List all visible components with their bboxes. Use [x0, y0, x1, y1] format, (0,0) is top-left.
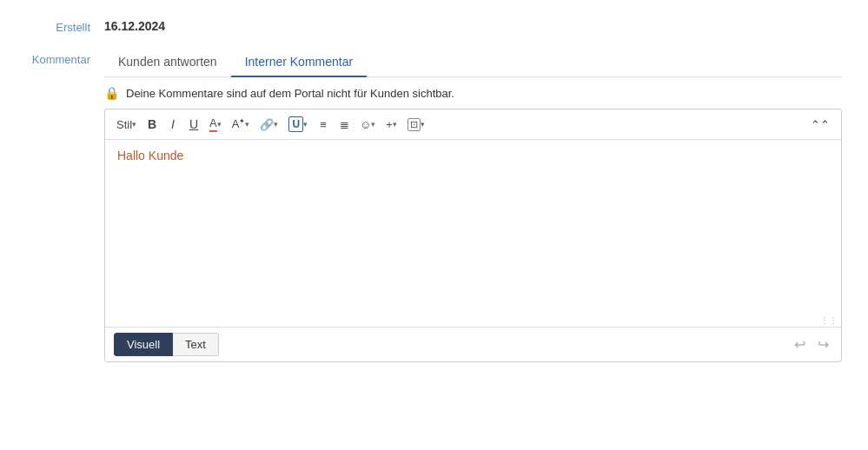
style-label: Stil [116, 118, 132, 131]
unordered-list-icon: ≡ [320, 118, 327, 131]
link-arrow-icon: ▾ [274, 120, 278, 129]
font-color-arrow-icon: ▾ [217, 120, 222, 129]
underline-btn[interactable]: U [184, 114, 203, 135]
visuell-btn[interactable]: Visuell [114, 333, 173, 356]
lock-icon: 🔒 [104, 86, 119, 100]
undo-redo-group: ↩ ↪ [791, 334, 832, 354]
editor-wrapper: Stil ▾ B I U A ▾ A✦ ▾ 🔗 [104, 109, 842, 362]
font-color-btn[interactable]: A ▾ [205, 114, 226, 135]
insert-arrow-icon: ▾ [421, 120, 425, 129]
editor-footer: Visuell Text ↩ ↪ [105, 327, 841, 361]
ordered-list-btn[interactable]: ≣ [335, 114, 354, 135]
comment-tabs: Kunden antworten Interner Kommentar [104, 50, 842, 77]
font-size-label: A✦ [232, 117, 246, 130]
info-banner-text: Deine Kommentare sind auf dem Portal nic… [126, 87, 454, 100]
editor-text: Hallo Kunde [117, 149, 183, 162]
undo-btn[interactable]: ↩ [791, 334, 809, 354]
collapse-btn[interactable]: ⌃⌃ [806, 114, 834, 135]
kommentar-row: Kommentar Kunden antworten Interner Komm… [26, 50, 842, 362]
font-color-label: A [209, 116, 217, 132]
u-box-arrow-icon: ▾ [303, 120, 308, 129]
u-box-label: U [288, 116, 303, 132]
redo-btn[interactable]: ↪ [814, 334, 832, 354]
emoji-icon: ☺ [360, 118, 371, 131]
emoji-arrow-icon: ▾ [371, 120, 375, 129]
resize-handle[interactable]: ⋮⋮ [105, 314, 841, 327]
editor-content-area[interactable]: Hallo Kunde [105, 140, 841, 314]
link-btn[interactable]: 🔗 ▾ [255, 114, 282, 135]
italic-btn[interactable]: I [163, 114, 182, 135]
editor-toolbar: Stil ▾ B I U A ▾ A✦ ▾ 🔗 [105, 109, 841, 140]
erstellt-label: Erstellt [26, 17, 104, 34]
kommentar-content: Kunden antworten Interner Kommentar 🔒 De… [104, 50, 842, 362]
tab-kunden-antworten[interactable]: Kunden antworten [104, 50, 231, 77]
insert-icon: ⊡ [407, 118, 421, 131]
style-arrow-icon: ▾ [132, 120, 136, 129]
ordered-list-icon: ≣ [340, 118, 349, 131]
plus-arrow-icon: ▾ [393, 120, 397, 129]
style-dropdown-btn[interactable]: Stil ▾ [112, 114, 141, 135]
resize-dots-icon: ⋮⋮ [820, 315, 838, 325]
tab-interner-kommentar[interactable]: Interner Kommentar [231, 50, 368, 77]
plus-btn[interactable]: + ▾ [381, 114, 401, 135]
erstellt-row: Erstellt 16.12.2024 [26, 17, 842, 34]
u-box-btn[interactable]: U ▾ [284, 114, 312, 135]
chevron-up-icon: ⌃⌃ [811, 118, 830, 131]
link-icon: 🔗 [260, 118, 274, 131]
insert-btn[interactable]: ⊡ ▾ [403, 114, 429, 135]
erstellt-value: 16.12.2024 [104, 17, 165, 33]
unordered-list-btn[interactable]: ≡ [314, 114, 333, 135]
info-banner: 🔒 Deine Kommentare sind auf dem Portal n… [104, 86, 842, 100]
view-toggle: Visuell Text [114, 333, 219, 356]
emoji-btn[interactable]: ☺ ▾ [355, 114, 380, 135]
font-size-arrow-icon: ▾ [245, 120, 249, 129]
kommentar-label: Kommentar [26, 50, 104, 66]
font-size-btn[interactable]: A✦ ▾ [228, 114, 255, 135]
plus-icon: + [386, 118, 393, 131]
bold-btn[interactable]: B [142, 114, 162, 135]
text-btn[interactable]: Text [173, 333, 219, 356]
page-container: Erstellt 16.12.2024 Kommentar Kunden ant… [0, 0, 868, 395]
